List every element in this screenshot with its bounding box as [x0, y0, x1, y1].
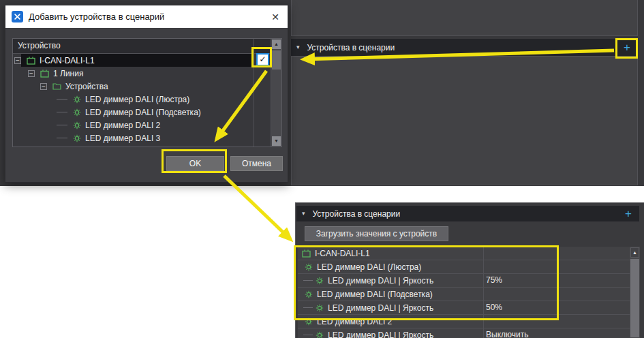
- tree-row[interactable]: LED диммер DALI 3: [13, 132, 254, 144]
- add-devices-dialog: Добавить устройства в сценарий ✕ Устройс…: [5, 5, 288, 183]
- tree-row[interactable]: LED диммер DALI (Подсветка): [13, 106, 254, 119]
- device-name: LED диммер DALI (Подсветка): [317, 290, 433, 299]
- device-name: LED диммер DALI | Яркость: [328, 331, 433, 338]
- tree-branch-line: [57, 125, 67, 125]
- dimmer-icon: [73, 121, 81, 129]
- table-row[interactable]: I-CAN-DALI-L1: [298, 247, 630, 260]
- board-icon: [302, 249, 311, 258]
- device-value[interactable]: 50%: [486, 301, 502, 314]
- dimmer-icon: [73, 108, 81, 117]
- expander-icon[interactable]: −: [14, 57, 21, 64]
- tree-item-label: I-CAN-DALI-L1: [40, 56, 95, 65]
- tree-branch-line: [57, 138, 67, 138]
- table-row[interactable]: LED диммер DALI | Яркость50%: [298, 301, 630, 315]
- dimmer-icon: [305, 290, 313, 298]
- tree-item-label: LED диммер DALI (Подсветка): [85, 108, 201, 117]
- device-name: I-CAN-DALI-L1: [315, 249, 370, 258]
- dimmer-icon: [305, 318, 313, 326]
- tree-item-label: LED диммер DALI 2: [85, 121, 160, 130]
- table-row[interactable]: LED диммер DALI | Яркость75%: [298, 274, 630, 288]
- tree-row[interactable]: LED диммер DALI 2: [13, 119, 254, 132]
- scene-devices-panel-header-2: ▾ Устройства в сценарии +: [296, 206, 639, 221]
- load-values-button[interactable]: Загрузить значения с устройств: [305, 226, 448, 241]
- dimmer-icon: [73, 134, 81, 142]
- add-device-button[interactable]: +: [622, 42, 632, 53]
- tree-item-label: Устройства: [65, 82, 108, 91]
- scene-devices-table: I-CAN-DALI-L1LED диммер DALI (Люстра)LED…: [298, 247, 630, 338]
- dimmer-icon: [316, 304, 324, 312]
- ok-button[interactable]: OK: [166, 156, 224, 171]
- board-icon: [40, 70, 49, 78]
- dimmer-icon: [316, 277, 324, 285]
- tree-row[interactable]: −Устройства: [13, 80, 254, 93]
- device-checkbox[interactable]: ✓: [256, 53, 269, 66]
- tree-scrollbar[interactable]: ▲ ▼: [271, 39, 281, 147]
- panel-title: Устройства в сценарии: [307, 43, 395, 52]
- column-separator: [254, 39, 254, 147]
- expander-icon[interactable]: −: [40, 83, 47, 90]
- folder-icon: [52, 82, 61, 90]
- result-screenshot: ▾ Устройства в сценарии + Загрузить знач…: [295, 202, 644, 338]
- app-tools-icon: [12, 11, 23, 22]
- tree-item-label: 1 Линия: [53, 69, 83, 78]
- tree-row[interactable]: LED диммер DALI (Люстра): [13, 93, 254, 106]
- collapse-chevron-icon[interactable]: ▾: [296, 44, 300, 50]
- device-name: LED диммер DALI | Яркость: [328, 276, 433, 286]
- panel-title: Устройства в сценарии: [313, 209, 401, 219]
- device-tree: Устройство −I-CAN-DALI-L1−1 Линия−Устрой…: [12, 38, 282, 147]
- tree-column-header: Устройство: [13, 39, 281, 54]
- dimmer-icon: [305, 263, 313, 271]
- tree-branch-line: [57, 112, 67, 112]
- scrollbar-thumb[interactable]: [630, 259, 639, 337]
- value-column-separator: [483, 247, 484, 338]
- table-row[interactable]: LED диммер DALI 2: [298, 315, 630, 328]
- tree-branch-line: [57, 99, 67, 99]
- table-row[interactable]: LED диммер DALI (Подсветка): [298, 288, 630, 301]
- expander-icon[interactable]: −: [28, 70, 35, 77]
- close-icon[interactable]: ✕: [263, 12, 288, 22]
- dimmer-icon: [316, 331, 324, 338]
- scroll-up-icon[interactable]: ▲: [272, 40, 281, 49]
- scene-devices-panel-body: [291, 56, 638, 185]
- table-rows: I-CAN-DALI-L1LED диммер DALI (Люстра)LED…: [298, 247, 630, 338]
- tree-item-label: LED диммер DALI (Люстра): [85, 95, 189, 104]
- collapse-chevron-icon[interactable]: ▾: [302, 211, 305, 217]
- tree-row[interactable]: −1 Линия: [13, 67, 254, 80]
- board-icon: [27, 57, 35, 65]
- device-name: LED диммер DALI (Люстра): [317, 262, 421, 272]
- add-device-button[interactable]: +: [623, 208, 634, 219]
- table-scrollbar[interactable]: ▲: [630, 247, 640, 338]
- dialog-title: Добавить устройства в сценарий: [29, 12, 164, 22]
- scrollbar-thumb[interactable]: [272, 50, 281, 70]
- tree-branch-line: [303, 307, 313, 308]
- tree-item-label: LED диммер DALI 3: [85, 134, 160, 143]
- device-value[interactable]: 75%: [486, 274, 502, 287]
- device-name: LED диммер DALI 2: [317, 317, 392, 326]
- device-name: LED диммер DALI | Яркость: [328, 303, 433, 313]
- table-row[interactable]: LED диммер DALI (Люстра): [298, 260, 630, 274]
- scroll-down-icon[interactable]: ▼: [272, 136, 281, 146]
- tree-row[interactable]: Диммер лампы DALI 4: [13, 144, 254, 147]
- tree-branch-line: [303, 335, 313, 335]
- cancel-button[interactable]: Отмена: [230, 156, 283, 171]
- dimmer-icon: [73, 95, 81, 104]
- upper-panel-area: [291, 0, 638, 36]
- scroll-up-icon[interactable]: ▲: [630, 247, 639, 258]
- tree-rows: −I-CAN-DALI-L1−1 Линия−УстройстваLED дим…: [13, 54, 281, 147]
- dialog-titlebar: Добавить устройства в сценарий ✕: [5, 5, 288, 28]
- tree-item-label: Диммер лампы DALI 4: [85, 147, 170, 148]
- screenshot-stage: ▾ Устройства в сценарии + Добавить устро…: [0, 0, 644, 338]
- tree-branch-line: [303, 280, 313, 281]
- table-row[interactable]: LED диммер DALI | ЯркостьВыключить: [298, 328, 630, 338]
- tree-row[interactable]: −I-CAN-DALI-L1: [13, 54, 254, 67]
- scene-devices-panel-header: ▾ Устройства в сценарии +: [291, 39, 638, 56]
- dimmer-icon: [73, 147, 81, 148]
- device-value[interactable]: Выключить: [486, 328, 528, 338]
